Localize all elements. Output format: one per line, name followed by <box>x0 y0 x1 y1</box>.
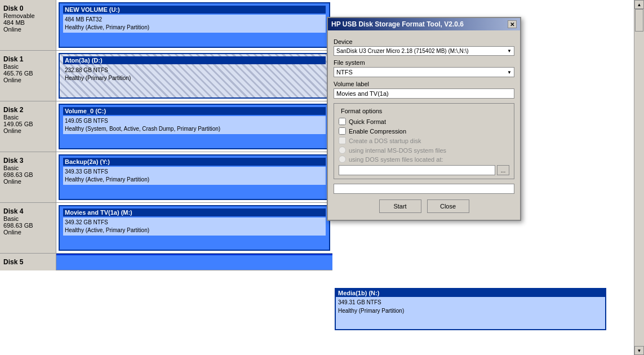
disk-row-3: Disk 3 Basic 698.63 GB Online Backup(2a)… <box>0 152 332 203</box>
device-input[interactable]: SanDisk U3 Cruzer Micro 2.18 (715402 MB)… <box>334 46 514 56</box>
disk0-name: Disk 0 <box>3 5 52 12</box>
dos-system-files-row: using DOS system files located at: <box>339 156 509 163</box>
start-button[interactable]: Start <box>379 199 421 213</box>
progress-bar <box>334 184 514 194</box>
create-dos-checkbox[interactable] <box>339 137 346 144</box>
disk2-partition-0[interactable]: Volume_0 (C:) 149.05 GB NTFS Healthy (Sy… <box>59 104 330 149</box>
device-value: SanDisk U3 Cruzer Micro 2.18 (715402 MB)… <box>336 48 507 54</box>
device-label: Device <box>334 38 514 45</box>
volume-value: Movies and TV(1a) <box>336 90 512 97</box>
internal-ms-dos-label: using internal MS-DOS system files <box>349 147 446 154</box>
disk0-size: 484 MB <box>3 19 52 26</box>
disk-row-2: Disk 2 Basic 149.05 GB Online Volume_0 (… <box>0 101 332 152</box>
disk1-p0-detail1: 232.88 GB NTFS <box>65 66 324 74</box>
disk0-partition-0-header: NEW VOLUME (U:) <box>63 6 326 14</box>
scrollbar-up-btn[interactable]: ▲ <box>634 0 644 9</box>
filesystem-dropdown-arrow: ▼ <box>507 70 512 75</box>
disk1-partitions: Aton(3a) (D:) 232.88 GB NTFS Healthy (Pr… <box>56 51 332 101</box>
disk3-partition-0[interactable]: Backup(2a) (Y:) 349.33 GB NTFS Healthy (… <box>59 154 330 200</box>
disk0-partition-0[interactable]: NEW VOLUME (U:) 484 MB FAT32 Healthy (Ac… <box>59 2 330 48</box>
create-dos-row: Create a DOS startup disk <box>339 137 509 144</box>
disk4-status: Online <box>3 229 52 236</box>
internal-ms-dos-radio[interactable] <box>339 147 346 154</box>
disk3-type: Basic <box>3 165 52 171</box>
disk4-partitions: Movies and TV(1a) (M:) 349.32 GB NTFS He… <box>56 203 332 253</box>
close-button[interactable]: Close <box>427 199 469 213</box>
dos-system-files-radio[interactable] <box>339 156 346 163</box>
disk2-p0-detail1: 149.05 GB NTFS <box>65 117 324 125</box>
disk2-partition-0-header: Volume_0 (C:) <box>63 107 326 115</box>
disk4-extra-partition[interactable]: Media(1b) (N:) 349.31 GB NTFS Healthy (P… <box>335 288 606 330</box>
dialog-titlebar: HP USB Disk Storage Format Tool, V2.0.6 … <box>328 18 520 30</box>
disk3-status: Online <box>3 178 52 185</box>
disk0-p0-detail1: 484 MB FAT32 <box>65 16 324 24</box>
disk0-partitions: NEW VOLUME (U:) 484 MB FAT32 Healthy (Ac… <box>56 0 332 50</box>
disk-row-5: Disk 5 <box>0 254 332 270</box>
disk2-status: Online <box>3 127 52 134</box>
volume-label-text: Volume label <box>334 81 514 87</box>
filesystem-input[interactable]: NTFS ▼ <box>334 67 514 77</box>
disk-label-0: Disk 0 Removable 484 MB Online <box>0 0 56 50</box>
dialog-body: Device SanDisk U3 Cruzer Micro 2.18 (715… <box>328 30 520 220</box>
disk2-partitions: Volume_0 (C:) 149.05 GB NTFS Healthy (Sy… <box>56 101 332 152</box>
disk4-partition-0-body: 349.32 GB NTFS Healthy (Active, Primary … <box>63 218 326 236</box>
disk-row-0: Disk 0 Removable 484 MB Online NEW VOLUM… <box>0 0 332 51</box>
dos-system-files-label: using DOS system files located at: <box>349 156 443 163</box>
disk0-type: Removable <box>3 12 52 19</box>
disk0-p0-detail2: Healthy (Active, Primary Partition) <box>65 24 324 32</box>
disk2-name: Disk 2 <box>3 106 52 114</box>
enable-compression-label: Enable Compression <box>349 128 406 135</box>
disk0-partition-0-body: 484 MB FAT32 Healthy (Active, Primary Pa… <box>63 15 326 33</box>
dialog-close-btn[interactable]: ✕ <box>508 20 517 28</box>
disk1-partition-0[interactable]: Aton(3a) (D:) 232.88 GB NTFS Healthy (Pr… <box>59 53 330 99</box>
disk4-partition-0[interactable]: Movies and TV(1a) (M:) 349.32 GB NTFS He… <box>59 205 330 251</box>
dos-path-input[interactable] <box>339 165 495 175</box>
disk0-status: Online <box>3 26 52 33</box>
enable-compression-checkbox[interactable] <box>339 127 346 135</box>
disk1-p0-detail2: Healthy (Primary Partition) <box>65 74 324 82</box>
scrollbar-thumb[interactable] <box>635 9 643 32</box>
quick-format-row: Quick Format <box>339 118 509 125</box>
disk5-bar <box>56 254 332 270</box>
disk4-extra-body: 349.31 GB NTFS Healthy (Primary Partitio… <box>336 297 605 316</box>
disk-list: Disk 0 Removable 484 MB Online NEW VOLUM… <box>0 0 332 355</box>
disk3-size: 698.63 GB <box>3 171 52 178</box>
disk1-status: Online <box>3 77 52 83</box>
disk1-partition-0-body: 232.88 GB NTFS Healthy (Primary Partitio… <box>63 65 326 83</box>
disk5-name: Disk 5 <box>3 258 52 266</box>
disk4-p0-detail1: 349.32 GB NTFS <box>65 219 324 227</box>
disk4-type: Basic <box>3 215 52 222</box>
main-area: usb U: m: n: not usb raid-1 raid-1 Disk … <box>0 0 644 355</box>
disk2-partition-0-body: 149.05 GB NTFS Healthy (System, Boot, Ac… <box>63 116 326 134</box>
disk-label-3: Disk 3 Basic 698.63 GB Online <box>0 152 56 202</box>
browse-btn[interactable]: ... <box>497 165 509 175</box>
disk4-partition-0-header: Movies and TV(1a) (M:) <box>63 208 326 216</box>
disk3-name: Disk 3 <box>3 157 52 165</box>
disk-label-5: Disk 5 <box>0 254 56 270</box>
disk1-partition-0-header: Aton(3a) (D:) <box>63 56 326 64</box>
format-options-legend: Format options <box>339 108 384 114</box>
filesystem-value: NTFS <box>336 69 507 76</box>
disk2-type: Basic <box>3 114 52 121</box>
disk2-p0-detail2: Healthy (System, Boot, Active, Crash Dum… <box>65 125 324 133</box>
disk3-partition-0-header: Backup(2a) (Y:) <box>63 158 326 166</box>
disk4-size: 698.63 GB <box>3 222 52 229</box>
disk5-partitions <box>56 254 332 270</box>
disk4-extra-header: Media(1b) (N:) <box>336 289 605 297</box>
disk3-partitions: Backup(2a) (Y:) 349.33 GB NTFS Healthy (… <box>56 152 332 202</box>
quick-format-label: Quick Format <box>349 118 386 125</box>
disk4b-detail1: 349.31 GB NTFS <box>338 298 603 307</box>
disk-label-4: Disk 4 Basic 698.63 GB Online <box>0 203 56 253</box>
dialog-buttons: Start Close <box>334 199 514 213</box>
disk4-p0-detail2: Healthy (Active, Primary Partition) <box>65 227 324 234</box>
volume-input[interactable]: Movies and TV(1a) <box>334 88 514 99</box>
dialog-title: HP USB Disk Storage Format Tool, V2.0.6 <box>331 20 464 28</box>
scrollbar[interactable]: ▲ ▼ <box>634 0 644 355</box>
quick-format-checkbox[interactable] <box>339 118 346 125</box>
disk1-name: Disk 1 <box>3 55 52 63</box>
scrollbar-down-btn[interactable]: ▼ <box>634 346 644 355</box>
disk3-p0-detail2: Healthy (Active, Primary Partition) <box>65 176 324 184</box>
disk-label-2: Disk 2 Basic 149.05 GB Online <box>0 101 56 152</box>
disk2-size: 149.05 GB <box>3 121 52 127</box>
device-dropdown-arrow: ▼ <box>507 48 512 54</box>
